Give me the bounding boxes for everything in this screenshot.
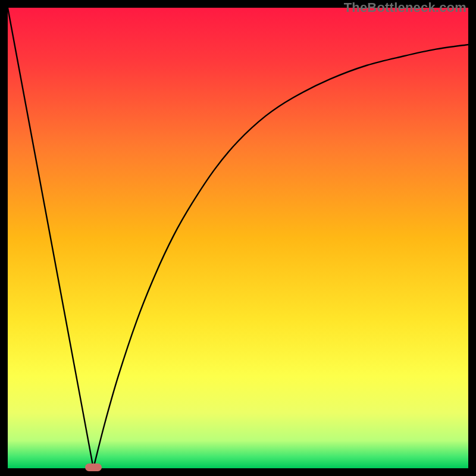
optimal-marker — [85, 464, 102, 471]
bottleneck-chart — [8, 8, 468, 468]
watermark-text: TheBottleneck.com — [344, 0, 466, 15]
chart-background — [8, 8, 468, 468]
